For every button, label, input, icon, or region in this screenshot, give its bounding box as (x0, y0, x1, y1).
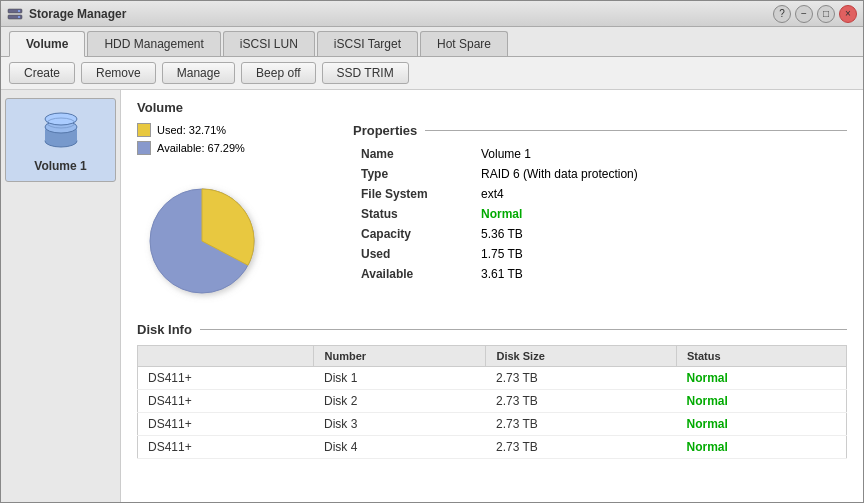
manage-button[interactable]: Manage (162, 62, 235, 84)
prop-capacity-label: Capacity (353, 224, 473, 244)
disk-table-body: DS411+ Disk 1 2.73 TB Normal DS411+ Disk… (138, 367, 847, 459)
disk-2-status: Normal (676, 390, 846, 413)
disk-row-3: DS411+ Disk 3 2.73 TB Normal (138, 413, 847, 436)
volume-label: Volume 1 (34, 159, 86, 173)
disk-1-model: DS411+ (138, 367, 314, 390)
prop-used-label: Used (353, 244, 473, 264)
storage-icon (7, 6, 23, 22)
main-content: Volume 1 Volume Used: 32.71% Av (1, 90, 863, 502)
disk-3-status: Normal (676, 413, 846, 436)
legend: Used: 32.71% Available: 67.29% (137, 123, 337, 155)
title-bar: Storage Manager ? − □ × (1, 1, 863, 27)
disk-2-size: 2.73 TB (486, 390, 677, 413)
prop-used-row: Used 1.75 TB (353, 244, 847, 264)
details-panel: Volume Used: 32.71% Available: 67.29% (121, 90, 863, 502)
prop-available-row: Available 3.61 TB (353, 264, 847, 284)
prop-used-value: 1.75 TB (473, 244, 847, 264)
disk-table-head: Number Disk Size Status (138, 346, 847, 367)
prop-status-label: Status (353, 204, 473, 224)
prop-available-value: 3.61 TB (473, 264, 847, 284)
svg-point-8 (45, 113, 77, 125)
properties-header: Properties (353, 123, 847, 138)
disk-1-size: 2.73 TB (486, 367, 677, 390)
volume-icon (37, 107, 85, 155)
disk-4-model: DS411+ (138, 436, 314, 459)
prop-type-row: Type RAID 6 (With data protection) (353, 164, 847, 184)
disk-3-size: 2.73 TB (486, 413, 677, 436)
prop-name-label: Name (353, 144, 473, 164)
prop-capacity-value: 5.36 TB (473, 224, 847, 244)
create-button[interactable]: Create (9, 62, 75, 84)
properties-table: Name Volume 1 Type RAID 6 (With data pro… (353, 144, 847, 284)
pie-chart (137, 173, 267, 303)
legend-used: Used: 32.71% (137, 123, 337, 137)
tab-iscsi-target[interactable]: iSCSI Target (317, 31, 418, 56)
disk-2-number: Disk 2 (314, 390, 486, 413)
prop-filesystem-value: ext4 (473, 184, 847, 204)
col-number: Number (314, 346, 486, 367)
volume-1-item[interactable]: Volume 1 (5, 98, 116, 182)
svg-point-3 (18, 16, 20, 18)
ssd-trim-button[interactable]: SSD TRIM (322, 62, 409, 84)
prop-name-row: Name Volume 1 (353, 144, 847, 164)
info-and-chart: Used: 32.71% Available: 67.29% (137, 123, 847, 306)
tab-bar: Volume HDD Management iSCSI LUN iSCSI Ta… (1, 27, 863, 57)
disk-4-number: Disk 4 (314, 436, 486, 459)
disk-row-4: DS411+ Disk 4 2.73 TB Normal (138, 436, 847, 459)
col-status: Status (676, 346, 846, 367)
svg-point-2 (18, 10, 20, 12)
prop-name-value: Volume 1 (473, 144, 847, 164)
prop-type-label: Type (353, 164, 473, 184)
disk-table-header-row: Number Disk Size Status (138, 346, 847, 367)
available-legend-label: Available: 67.29% (157, 142, 245, 154)
disk-2-model: DS411+ (138, 390, 314, 413)
prop-type-value: RAID 6 (With data protection) (473, 164, 847, 184)
title-bar-controls: ? − □ × (773, 5, 857, 23)
disk-row-1: DS411+ Disk 1 2.73 TB Normal (138, 367, 847, 390)
prop-status-value: Normal (473, 204, 847, 224)
disk-info-section: Disk Info Number Disk Size Status DS411+ (137, 322, 847, 459)
prop-capacity-row: Capacity 5.36 TB (353, 224, 847, 244)
title-bar-left: Storage Manager (7, 6, 126, 22)
storage-manager-window: Storage Manager ? − □ × Volume HDD Manag… (0, 0, 864, 503)
col-size: Disk Size (486, 346, 677, 367)
close-button[interactable]: × (839, 5, 857, 23)
disk-4-size: 2.73 TB (486, 436, 677, 459)
help-button[interactable]: ? (773, 5, 791, 23)
disk-3-model: DS411+ (138, 413, 314, 436)
disk-info-header: Disk Info (137, 322, 847, 337)
prop-available-label: Available (353, 264, 473, 284)
tab-hdd-management[interactable]: HDD Management (87, 31, 220, 56)
legend-available: Available: 67.29% (137, 141, 337, 155)
disk-4-status: Normal (676, 436, 846, 459)
disk-table: Number Disk Size Status DS411+ Disk 1 2.… (137, 345, 847, 459)
window-title: Storage Manager (29, 7, 126, 21)
disk-row-2: DS411+ Disk 2 2.73 TB Normal (138, 390, 847, 413)
tab-volume[interactable]: Volume (9, 31, 85, 57)
chart-legend-area: Used: 32.71% Available: 67.29% (137, 123, 337, 306)
properties-section: Properties Name Volume 1 Type RAID 6 (Wi… (353, 123, 847, 284)
tab-hot-spare[interactable]: Hot Spare (420, 31, 508, 56)
prop-filesystem-label: File System (353, 184, 473, 204)
beep-off-button[interactable]: Beep off (241, 62, 315, 84)
sidebar: Volume 1 (1, 90, 121, 502)
used-color-swatch (137, 123, 151, 137)
used-legend-label: Used: 32.71% (157, 124, 226, 136)
prop-filesystem-row: File System ext4 (353, 184, 847, 204)
disk-1-status: Normal (676, 367, 846, 390)
minimize-button[interactable]: − (795, 5, 813, 23)
disk-1-number: Disk 1 (314, 367, 486, 390)
toolbar: Create Remove Manage Beep off SSD TRIM (1, 57, 863, 90)
available-color-swatch (137, 141, 151, 155)
col-model (138, 346, 314, 367)
maximize-button[interactable]: □ (817, 5, 835, 23)
volume-section-title: Volume (137, 100, 847, 115)
tab-iscsi-lun[interactable]: iSCSI LUN (223, 31, 315, 56)
disk-3-number: Disk 3 (314, 413, 486, 436)
remove-button[interactable]: Remove (81, 62, 156, 84)
prop-status-row: Status Normal (353, 204, 847, 224)
